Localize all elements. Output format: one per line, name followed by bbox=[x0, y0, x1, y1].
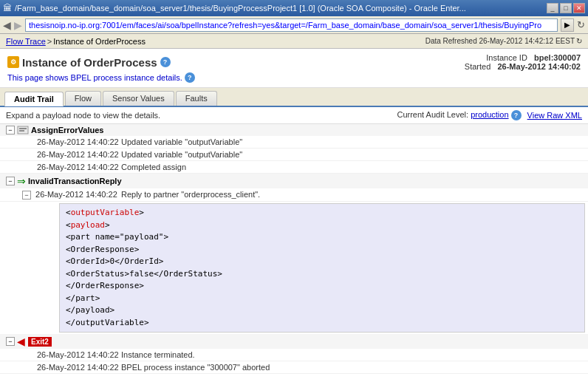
timestamp: 26-May-2012 14:40:22 bbox=[0, 161, 118, 173]
message: BPEL process instance "300007" aborted bbox=[118, 361, 588, 373]
tab-faults[interactable]: Faults bbox=[176, 91, 217, 106]
xml-line: <payload> bbox=[66, 219, 578, 232]
section-invalid-transaction-reply: − ⇒ InvalidTransactionReply − 26-May-201… bbox=[0, 174, 588, 333]
subtitle-help-icon[interactable]: ? bbox=[185, 72, 195, 83]
page-header: ⚙ Instance of OrderProcess ? Instance ID… bbox=[0, 49, 588, 88]
audit-row: 26-May-2012 14:40:22 Completed assign bbox=[0, 161, 588, 174]
section-header-exit[interactable]: − ◀ Exit2 bbox=[0, 334, 588, 349]
breadcrumb-separator: > bbox=[47, 37, 52, 46]
expand-hint: Expand a payload node to view the detail… bbox=[6, 111, 160, 120]
window-title: /Farm_base_domain/base_domain/soa_server… bbox=[15, 4, 466, 13]
audit-content[interactable]: − AssignErrorValues 26-May-2012 14:40:22… bbox=[0, 124, 588, 385]
refresh-icon[interactable]: ↻ bbox=[577, 19, 585, 30]
audit-row: 26-May-2012 14:40:22 Updated variable "o… bbox=[0, 149, 588, 161]
message: Completed assign bbox=[118, 161, 588, 173]
section-exit2: − ◀ Exit2 26-May-2012 14:40:22 Instance … bbox=[0, 334, 588, 374]
tabs-bar: Audit Trail Flow Sensor Values Faults bbox=[0, 88, 588, 107]
xml-line: <part name="payload"> bbox=[66, 231, 578, 244]
audit-level: Current Audit Level: production ? bbox=[397, 110, 521, 120]
page-title-icon: ⚙ bbox=[7, 56, 19, 68]
app-icon: 🏛 bbox=[3, 3, 12, 13]
flow-trace-link[interactable]: Flow Trace bbox=[6, 37, 46, 46]
audit-row-aborted: 26-May-2012 14:40:22 BPEL process instan… bbox=[0, 361, 588, 374]
page-title: ⚙ Instance of OrderProcess ? bbox=[7, 56, 171, 69]
toggle-reply[interactable]: − bbox=[6, 177, 15, 185]
main-content: ⚙ Instance of OrderProcess ? Instance ID… bbox=[0, 49, 588, 385]
toggle-exit[interactable]: − bbox=[6, 337, 15, 346]
xml-line: </part> bbox=[66, 293, 578, 305]
section-name-reply: InvalidTransactionReply bbox=[28, 177, 122, 185]
title-bar: 🏛 /Farm_base_domain/base_domain/soa_serv… bbox=[0, 0, 588, 16]
section-header-reply[interactable]: − ⇒ InvalidTransactionReply bbox=[0, 174, 588, 188]
audit-row-reply: − 26-May-2012 14:40:22 Reply to partner … bbox=[0, 188, 588, 202]
close-button[interactable]: ✕ bbox=[573, 3, 585, 13]
refresh-icon[interactable]: ↻ bbox=[576, 37, 582, 45]
toolbar-row: Expand a payload node to view the detail… bbox=[0, 107, 588, 124]
toolbar-right: Current Audit Level: production ? View R… bbox=[397, 110, 582, 120]
section-assign-error-values: − AssignErrorValues 26-May-2012 14:40:22… bbox=[0, 124, 588, 174]
back-button[interactable]: ◀ bbox=[3, 19, 11, 31]
timestamp: 26-May-2012 14:40:22 bbox=[0, 149, 118, 160]
address-input[interactable] bbox=[25, 18, 558, 32]
audit-level-link[interactable]: production bbox=[471, 110, 508, 119]
exit-box: Exit2 bbox=[28, 337, 52, 347]
address-bar: ◀ ▶ ▶ ↻ bbox=[0, 16, 588, 34]
message: Updated variable "outputVariable" bbox=[118, 136, 588, 148]
xml-line: <outputVariable> bbox=[66, 207, 578, 219]
xml-line: <OrderId>0</OrderId> bbox=[66, 256, 578, 268]
timestamp: − 26-May-2012 14:40:22 bbox=[0, 188, 118, 201]
assign-icon bbox=[17, 126, 29, 134]
timestamp: 26-May-2012 14:40:22 bbox=[0, 361, 118, 373]
message: Updated variable "outputVariable" bbox=[118, 149, 588, 160]
message: Instance terminated. bbox=[118, 349, 588, 361]
breadcrumb-bar: Flow Trace > Instance of OrderProcess Da… bbox=[0, 34, 588, 49]
minimize-button[interactable]: _ bbox=[547, 3, 558, 13]
breadcrumb-current: Instance of OrderProcess bbox=[53, 37, 146, 46]
go-button[interactable]: ▶ bbox=[561, 18, 574, 32]
tab-sensor-values[interactable]: Sensor Values bbox=[103, 91, 174, 106]
forward-button[interactable]: ▶ bbox=[14, 19, 22, 31]
xml-line: </payload> bbox=[66, 304, 578, 317]
reply-icon: ⇒ bbox=[17, 175, 26, 187]
xml-line: </OrderResponse> bbox=[66, 280, 578, 293]
window-controls[interactable]: _ □ ✕ bbox=[547, 3, 585, 13]
xml-line: <OrderStatus>false</OrderStatus> bbox=[66, 268, 578, 281]
audit-row-terminated: 26-May-2012 14:40:22 Instance terminated… bbox=[0, 349, 588, 361]
timestamp: 26-May-2012 14:40:22 bbox=[0, 136, 118, 148]
toggle-assign[interactable]: − bbox=[6, 126, 15, 134]
xml-payload-block: <outputVariable> <payload> <part name="p… bbox=[59, 203, 585, 333]
exit-arrow-icon: ◀ bbox=[17, 335, 25, 347]
section-name-assign: AssignErrorValues bbox=[31, 126, 103, 134]
view-raw-xml-link[interactable]: View Raw XML bbox=[527, 111, 582, 120]
instance-info: Instance ID bpel:300007 Started 26-May-2… bbox=[465, 53, 581, 71]
section-header-assign[interactable]: − AssignErrorValues bbox=[0, 124, 588, 136]
page-help-icon[interactable]: ? bbox=[160, 57, 171, 67]
audit-level-help-icon[interactable]: ? bbox=[511, 110, 522, 120]
message: Reply to partner "orderprocess_client". bbox=[118, 188, 588, 200]
svg-rect-0 bbox=[18, 126, 28, 134]
tab-flow[interactable]: Flow bbox=[65, 91, 101, 106]
data-refreshed: Data Refreshed 26-May-2012 14:42:12 EEST… bbox=[425, 37, 582, 45]
breadcrumb: Flow Trace > Instance of OrderProcess bbox=[6, 37, 146, 46]
tab-audit-trail[interactable]: Audit Trail bbox=[4, 92, 64, 106]
audit-row: 26-May-2012 14:40:22 Updated variable "o… bbox=[0, 136, 588, 149]
maximize-button[interactable]: □ bbox=[560, 3, 572, 13]
toggle-payload[interactable]: − bbox=[22, 191, 31, 200]
xml-line: </outputVariable> bbox=[66, 317, 578, 330]
xml-line: <OrderResponse> bbox=[66, 244, 578, 256]
page-subtitle: This page shows BPEL process instance de… bbox=[7, 72, 581, 83]
timestamp: 26-May-2012 14:40:22 bbox=[0, 349, 118, 361]
